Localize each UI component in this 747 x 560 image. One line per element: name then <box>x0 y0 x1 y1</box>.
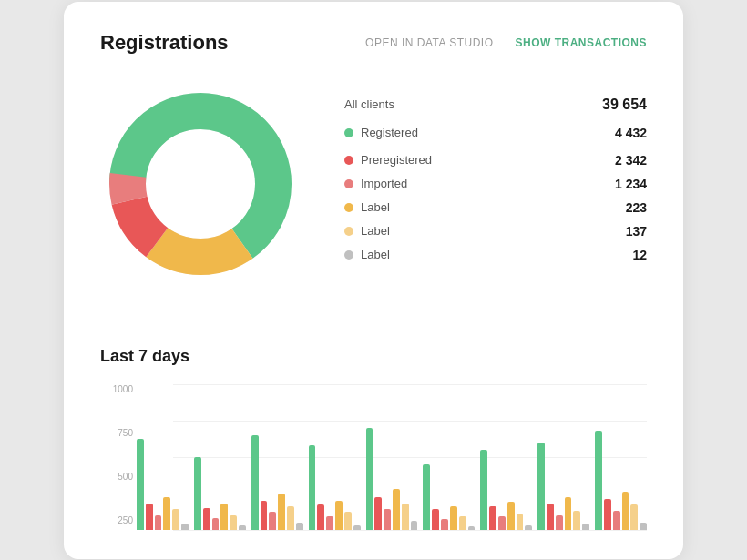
bar <box>353 525 361 530</box>
header-actions: OPEN IN DATA STUDIO SHOW TRANSACTIONS <box>365 36 647 49</box>
svg-point-5 <box>148 131 253 237</box>
bar <box>402 504 409 530</box>
bar <box>468 526 476 529</box>
legend-left: Registered <box>344 126 418 139</box>
bar <box>146 504 153 530</box>
bar <box>640 523 647 530</box>
legend-item: Imported 1 234 <box>344 177 647 191</box>
bar <box>326 516 333 529</box>
legend-value: 223 <box>626 200 647 215</box>
bar <box>212 518 220 530</box>
legend-item: Registered 4 432 <box>344 126 647 140</box>
bar <box>573 511 580 530</box>
grid-line <box>173 530 647 531</box>
legend-dot <box>344 203 353 212</box>
bar <box>172 509 179 529</box>
y-axis-label: 750 <box>100 428 133 438</box>
show-transactions-button[interactable]: SHOW TRANSACTIONS <box>516 36 648 49</box>
bar <box>296 523 303 530</box>
legend-item: Label 137 <box>344 224 647 239</box>
bar <box>459 516 466 529</box>
legend-left: Label <box>344 224 390 238</box>
bar <box>309 445 316 530</box>
bar <box>163 497 170 529</box>
bar-group <box>194 457 246 530</box>
bar <box>630 504 638 529</box>
legend-left: Label <box>344 248 390 261</box>
bar <box>287 506 294 530</box>
card-header: Registrations OPEN IN DATA STUDIO SHOW T… <box>100 31 647 55</box>
bar-group <box>309 445 361 530</box>
chart-section: All clients 39 654 Registered 4 432 Prer… <box>100 84 647 284</box>
legend-label: Registered <box>361 126 418 139</box>
bar <box>194 457 201 530</box>
legend-label: Preregistered <box>361 153 432 167</box>
bar <box>537 443 545 530</box>
divider <box>100 321 647 321</box>
legend-value: 12 <box>632 248 647 262</box>
bar <box>411 521 418 530</box>
legend-label: Label <box>361 200 390 214</box>
bar-group <box>251 435 303 530</box>
bar <box>220 504 228 530</box>
legend-item: Label 223 <box>344 200 647 215</box>
legend-dot <box>344 179 353 188</box>
bars-container <box>137 384 647 530</box>
bar <box>525 525 532 530</box>
donut-chart <box>100 84 301 284</box>
last7days-title: Last 7 days <box>100 347 647 366</box>
bar <box>230 515 237 530</box>
bar-group <box>137 439 189 529</box>
bar <box>604 499 611 530</box>
bar <box>335 501 343 530</box>
y-axis-label: 1000 <box>100 384 133 394</box>
legend-value: 2 342 <box>615 153 647 168</box>
legend-item: Label 12 <box>344 248 647 262</box>
bar <box>556 515 563 530</box>
bar <box>269 512 276 529</box>
all-clients-value: 39 654 <box>602 97 647 113</box>
bar-group <box>480 450 532 530</box>
bar <box>384 509 391 529</box>
bar <box>155 515 162 530</box>
bar-group <box>595 431 647 530</box>
bar <box>239 525 246 530</box>
y-axis-label: 250 <box>100 515 133 525</box>
bar <box>317 504 324 529</box>
legend-label: Label <box>361 224 390 238</box>
bar <box>582 524 589 529</box>
legend-dot <box>344 156 353 165</box>
bar <box>498 516 506 529</box>
legend-left: Label <box>344 200 390 214</box>
legend-label: Imported <box>361 177 407 190</box>
bar <box>441 519 448 529</box>
bar <box>480 450 487 530</box>
open-data-studio-button[interactable]: OPEN IN DATA STUDIO <box>365 36 493 49</box>
bar <box>261 501 268 530</box>
bar <box>203 508 210 530</box>
bar <box>278 494 285 530</box>
bar <box>489 506 496 530</box>
bar <box>251 435 259 530</box>
bar-group <box>537 443 589 530</box>
bar <box>366 428 374 530</box>
page-title: Registrations <box>100 31 229 55</box>
bar <box>393 489 400 530</box>
legend-left: Preregistered <box>344 153 432 167</box>
bar <box>374 497 382 529</box>
bar <box>423 464 430 530</box>
bar <box>565 497 572 529</box>
legend-label: Label <box>361 248 390 261</box>
bar <box>181 524 189 529</box>
bar <box>547 504 554 530</box>
bar <box>137 439 144 529</box>
bar <box>622 492 629 530</box>
y-axis-label: 500 <box>100 472 133 482</box>
bar <box>450 506 457 530</box>
legend-left: Imported <box>344 177 407 190</box>
legend-dot <box>344 250 353 260</box>
legend-value: 137 <box>626 224 647 239</box>
bar <box>595 431 602 530</box>
bar <box>344 512 352 529</box>
all-clients-row: All clients 39 654 <box>344 97 647 113</box>
